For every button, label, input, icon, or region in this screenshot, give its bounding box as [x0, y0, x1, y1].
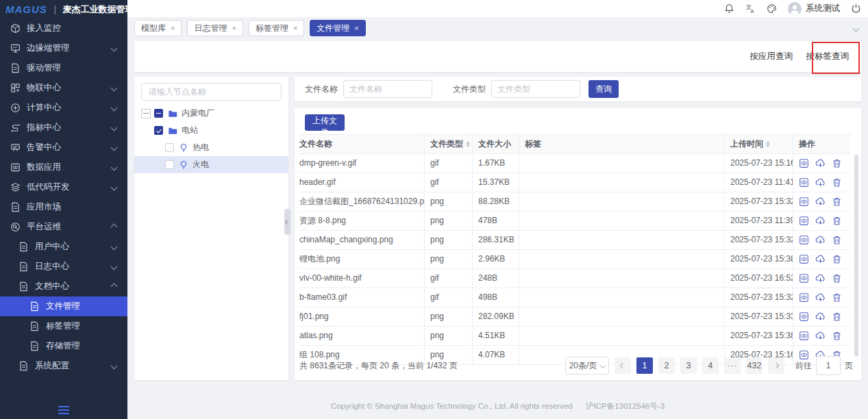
query-by-app-button[interactable]: 按应用查询	[750, 41, 793, 72]
goto-page-input[interactable]	[816, 356, 841, 375]
table-row[interactable]: 资源 8-8.png png 478B 2025-07-23 11:39:33	[299, 212, 851, 231]
delete-file-button[interactable]	[832, 254, 842, 264]
sidebar-item-driver-management[interactable]: 驱动管理	[0, 58, 127, 78]
tree-node-redian[interactable]: 热电	[134, 139, 288, 156]
preview-file-button[interactable]	[799, 273, 809, 283]
table-row[interactable]: vlv-00-white-h.gif gif 248B 2025-07-23 1…	[299, 269, 851, 288]
tabs-chevron-down-icon[interactable]	[853, 25, 860, 31]
tab-log-management[interactable]: 日志管理×	[187, 20, 243, 36]
file-name-input[interactable]	[343, 80, 432, 98]
page-number-432[interactable]: 432	[746, 357, 762, 374]
tab-model-library[interactable]: 模型库×	[134, 20, 182, 36]
sidebar-item-tag-management[interactable]: 标签管理	[0, 316, 127, 336]
sidebar-item-doc-center[interactable]: 文档中心	[0, 277, 127, 296]
sidebar-item-user-center[interactable]: 用户中心	[0, 237, 127, 257]
user-menu[interactable]: 系统测试	[788, 2, 840, 16]
delete-file-button[interactable]	[832, 235, 842, 245]
tree-node-dianzhan[interactable]: 电站	[134, 122, 288, 139]
delete-file-button[interactable]	[832, 216, 842, 226]
download-file-button[interactable]	[815, 177, 826, 188]
download-file-button[interactable]	[815, 216, 826, 226]
sidebar-item-storage-management[interactable]: 存储管理	[0, 336, 127, 356]
table-row[interactable]: fj01.png png 282.09KB 2025-07-23 15:33:4…	[299, 307, 851, 327]
sidebar-item-app-market[interactable]: 应用市场	[0, 197, 127, 217]
sidebar-item-file-management[interactable]: 文件管理	[0, 296, 127, 316]
sidebar-item-log-center[interactable]: 日志中心	[0, 257, 127, 277]
sidebar-item-system-config[interactable]: 系统配置	[0, 356, 127, 376]
delete-file-button[interactable]	[832, 312, 842, 322]
tab-tag-management[interactable]: 标签管理×	[249, 20, 304, 36]
tree-node-huodian[interactable]: 火电	[134, 156, 288, 173]
download-file-button[interactable]	[815, 292, 826, 303]
sidebar-item-edge-management[interactable]: 边缘端管理	[0, 38, 127, 58]
search-button[interactable]: 查询	[588, 80, 619, 98]
table-row[interactable]: header.gif gif 15.37KB 2025-07-23 11:41:…	[299, 173, 851, 192]
bell-icon[interactable]	[724, 3, 734, 14]
preview-file-button[interactable]	[799, 216, 809, 226]
file-type-input[interactable]	[491, 80, 580, 98]
sidebar-item-alarm-center[interactable]: 告警中心	[0, 138, 127, 157]
checkbox-unchecked[interactable]	[165, 160, 174, 169]
table-row[interactable]: 企业微信截图_16687624131029.png png 88.28KB 20…	[299, 192, 851, 212]
table-row[interactable]: b-flame03.gif gif 498B 2025-07-23 15:32:…	[299, 288, 851, 307]
sort-caret-icon[interactable]	[466, 141, 470, 147]
preview-file-button[interactable]	[799, 254, 809, 264]
table-row[interactable]: atlas.png png 4.51KB 2025-07-23 15:38:48	[299, 327, 851, 346]
table-row[interactable]: chinaMap_changxing.png png 286.31KB 2025…	[299, 231, 851, 250]
preview-file-button[interactable]	[799, 292, 809, 303]
table-row[interactable]: 锂电池.png png 2.96KB 2025-07-23 15:38:48	[299, 250, 851, 269]
delete-file-button[interactable]	[832, 273, 842, 283]
preview-file-button[interactable]	[799, 177, 809, 188]
collapse-toggle-icon[interactable]	[141, 109, 151, 118]
tab-file-management[interactable]: 文件管理×	[310, 20, 365, 36]
column-header-type[interactable]: 文件类型	[425, 135, 473, 153]
preview-file-button[interactable]	[799, 235, 809, 245]
upload-file-button[interactable]: 上传文件	[305, 114, 345, 131]
download-file-button[interactable]	[815, 158, 826, 168]
close-icon[interactable]: ×	[354, 25, 358, 32]
node-search-input[interactable]	[141, 83, 282, 101]
more-pages-ellipsis[interactable]: ···	[724, 357, 741, 374]
page-number-4[interactable]: 4	[702, 357, 719, 374]
theme-palette-icon[interactable]	[767, 3, 777, 14]
delete-file-button[interactable]	[832, 196, 842, 207]
delete-file-button[interactable]	[832, 177, 842, 188]
delete-file-button[interactable]	[832, 331, 842, 341]
sidebar-item-access-monitor[interactable]: 接入监控	[0, 18, 127, 38]
sidebar-item-compute-center[interactable]: 计算中心	[0, 98, 127, 118]
sort-caret-icon[interactable]	[766, 141, 770, 147]
panel-collapse-handle[interactable]	[284, 209, 290, 235]
download-file-button[interactable]	[815, 331, 826, 341]
download-file-button[interactable]	[815, 312, 826, 322]
column-header-time[interactable]: 上传时间	[725, 135, 793, 153]
page-number-3[interactable]: 3	[680, 357, 697, 374]
download-file-button[interactable]	[815, 273, 826, 283]
download-file-button[interactable]	[815, 235, 826, 245]
translate-icon[interactable]	[745, 3, 756, 14]
sidebar-collapse-button[interactable]	[0, 405, 127, 415]
tree-node-neimeng-plant[interactable]: 内蒙电厂	[134, 105, 288, 122]
next-page-button[interactable]	[768, 357, 784, 374]
table-scrollbar[interactable]	[854, 155, 858, 357]
checkbox-checked[interactable]	[154, 126, 163, 135]
checkbox-unchecked[interactable]	[165, 143, 174, 152]
sidebar-item-metric-center[interactable]: 指标中心	[0, 118, 127, 138]
delete-file-button[interactable]	[832, 158, 842, 168]
delete-file-button[interactable]	[832, 292, 842, 303]
preview-file-button[interactable]	[799, 331, 809, 341]
close-icon[interactable]: ×	[171, 25, 175, 32]
sidebar-item-lowcode-dev[interactable]: 低代码开发	[0, 177, 127, 197]
sidebar-item-platform-ops[interactable]: 平台运维	[0, 217, 127, 237]
page-number-1[interactable]: 1	[636, 357, 653, 374]
power-logout-icon[interactable]	[851, 3, 861, 14]
sidebar-item-iot-center[interactable]: 物联中心	[0, 78, 127, 98]
close-icon[interactable]: ×	[232, 25, 236, 32]
preview-file-button[interactable]	[799, 312, 809, 322]
sidebar-item-data-application[interactable]: 数据应用	[0, 157, 127, 177]
preview-file-button[interactable]	[799, 196, 809, 207]
table-row[interactable]: dmp-green-v.gif gif 1.67KB 2025-07-23 15…	[299, 154, 851, 173]
prev-page-button[interactable]	[615, 357, 631, 374]
page-size-select[interactable]: 20条/页	[565, 357, 609, 374]
close-icon[interactable]: ×	[293, 25, 297, 32]
download-file-button[interactable]	[815, 254, 826, 264]
